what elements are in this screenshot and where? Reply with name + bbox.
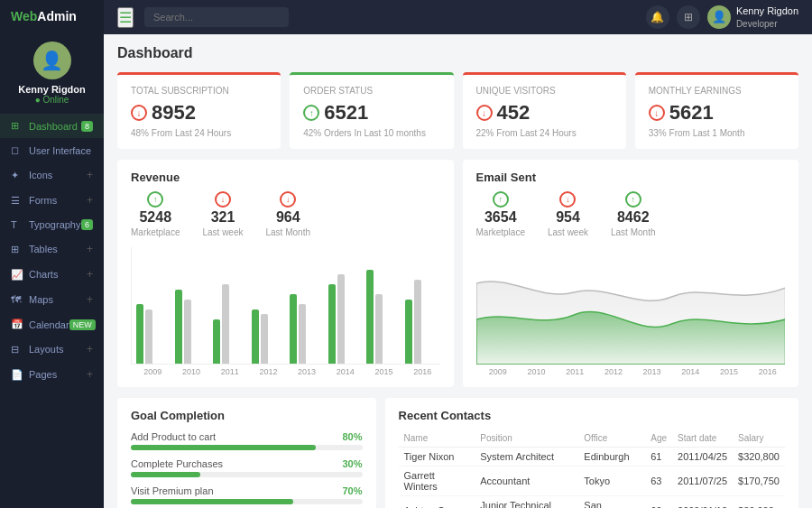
goal-item: Complete Purchases 30% <box>131 458 363 477</box>
email-x-label: 2009 <box>481 367 516 376</box>
stat-card-title: Unique Visitors <box>476 86 613 96</box>
sidebar-item-charts[interactable]: 📈Charts+ <box>0 262 104 287</box>
stat-cards: Total Subscription ↓ 8952 48% From Last … <box>117 72 798 149</box>
stat-card-sub: 42% Orders In Last 10 months <box>303 128 439 138</box>
email-metric-value: 954 <box>548 209 588 226</box>
search-input[interactable] <box>144 7 289 27</box>
email-metric: ↑ 8462 Last Month <box>611 191 655 238</box>
table-cell: 61 <box>645 448 672 466</box>
bar-gray <box>299 304 306 364</box>
goal-bar-fill <box>131 472 200 477</box>
email-metric-label: Last Month <box>611 227 655 237</box>
sidebar-item-pages[interactable]: 📄Pages+ <box>0 362 104 387</box>
goal-item: Add Product to cart 80% <box>131 431 363 450</box>
sidebar-item-dashboard[interactable]: ⊞Dashboard8 <box>0 114 104 138</box>
email-x-label: 2015 <box>712 367 747 376</box>
goal-item-header: Visit Premium plan 70% <box>131 485 363 496</box>
user-name: Kenny Rigdon <box>11 84 93 95</box>
table-row: Ashton CoxJunior Technical AuthorSan Fra… <box>399 496 785 509</box>
bar-gray <box>145 309 152 365</box>
table-cell: 66 <box>645 496 672 509</box>
goal-item-label: Complete Purchases <box>131 458 223 469</box>
recent-contacts-title: Recent Contacts <box>399 409 785 422</box>
bar-x-label: 2010 <box>174 367 209 376</box>
table-cell: $320,800 <box>733 448 785 466</box>
email-chart-card: Email Sent ↑ 3654 Marketplace ↓ 954 Last… <box>463 160 799 387</box>
goal-item-label: Visit Premium plan <box>131 485 214 496</box>
nav-icon: ⊞ <box>11 244 23 255</box>
email-x-label: 2013 <box>634 367 669 376</box>
nav-icon: 📅 <box>11 319 23 330</box>
bar-group <box>252 309 287 365</box>
bar-x-label: 2016 <box>405 367 440 376</box>
table-cell: Tiger Nixon <box>399 448 475 466</box>
nav-icon: ✦ <box>11 170 23 181</box>
email-x-label: 2011 <box>558 367 593 376</box>
user-status: Online <box>11 95 93 105</box>
sidebar-item-calendar[interactable]: 📅CalendarNEW <box>0 312 104 337</box>
contacts-col-header: Salary <box>733 429 785 448</box>
logo-admin: Admin <box>37 9 77 23</box>
sidebar-item-icons[interactable]: ✦Icons+ <box>0 162 104 188</box>
email-metric-icon: ↑ <box>625 191 641 208</box>
metric-icon: ↑ <box>147 191 163 208</box>
stat-card-title: Order Status <box>303 86 439 96</box>
table-cell: Ashton Cox <box>399 496 475 509</box>
metric-label: Last week <box>202 227 243 237</box>
recent-contacts-card: Recent Contacts NamePositionOfficeAgeSta… <box>385 398 798 508</box>
email-metric-label: Last week <box>548 227 588 237</box>
email-metric-label: Marketplace <box>476 227 525 237</box>
nav-expand-icon: + <box>87 293 93 306</box>
stat-card-1: Order Status ↑ 6521 42% Orders In Last 1… <box>290 72 453 149</box>
sidebar-item-typography[interactable]: TTypography6 <box>0 213 104 236</box>
nav-label: Forms <box>29 195 87 206</box>
goal-bar-bg <box>131 445 363 450</box>
stat-card-sub: 22% From Last 24 Hours <box>476 128 613 138</box>
page-title: Dashboard <box>117 45 798 61</box>
sidebar: WebAdmin 👤 Kenny Rigdon Online ⊞Dashboar… <box>0 0 104 508</box>
topbar-right: 🔔 ⊞ 👤 Kenny Rigdon Developer <box>646 5 798 29</box>
bottom-row: Goal Completion Add Product to cart 80% … <box>117 398 798 508</box>
bar-x-label: 2012 <box>251 367 286 376</box>
notifications-button[interactable]: 🔔 <box>646 5 669 29</box>
menu-toggle-button[interactable]: ☰ <box>117 7 134 28</box>
nav-badge: 6 <box>81 219 93 230</box>
table-row: Tiger NixonSystem ArchitectEdinburgh6120… <box>399 448 785 466</box>
sidebar-item-forms[interactable]: ☰Forms+ <box>0 188 104 213</box>
nav-label: Pages <box>29 369 87 380</box>
sidebar-profile: 👤 Kenny Rigdon Online <box>0 32 104 114</box>
revenue-chart-card: Revenue ↑ 5248 Marketplace ↓ 321 Last we… <box>117 160 454 387</box>
goal-bar-bg <box>131 499 363 504</box>
table-cell: System Architect <box>475 448 578 466</box>
metric-value: 5248 <box>131 209 180 226</box>
nav-expand-icon: + <box>87 343 93 356</box>
nav-expand-icon: + <box>87 169 93 181</box>
nav-expand-icon: + <box>87 368 93 381</box>
bar-group <box>136 304 171 364</box>
table-cell: $86,000 <box>733 496 785 509</box>
sidebar-item-user-interface[interactable]: ◻User Interface <box>0 138 104 162</box>
sidebar-item-maps[interactable]: 🗺Maps+ <box>0 287 104 312</box>
sidebar-item-tables[interactable]: ⊞Tables+ <box>0 236 104 262</box>
nav-icon: ◻ <box>11 144 23 156</box>
table-cell: 2009/01/12 <box>672 496 733 509</box>
bar-group <box>328 274 364 364</box>
stat-card-value: ↓ 452 <box>476 101 613 125</box>
bar-green <box>136 304 143 364</box>
goal-item-header: Complete Purchases 30% <box>131 458 363 469</box>
bar-green <box>175 290 182 365</box>
metric-icon: ↓ <box>215 191 231 208</box>
topbar-avatar: 👤 <box>707 5 731 29</box>
topbar: ☰ 🔔 ⊞ 👤 Kenny Rigdon Developer <box>104 0 812 34</box>
stat-card-title: Monthly Earnings <box>649 86 785 96</box>
contacts-col-header: Position <box>475 429 578 448</box>
table-cell: Junior Technical Author <box>475 496 578 509</box>
bar-green <box>328 284 336 364</box>
bar-group <box>175 290 210 365</box>
stat-card-sub: 48% From Last 24 Hours <box>131 128 267 138</box>
sidebar-item-layouts[interactable]: ⊟Layouts+ <box>0 337 104 362</box>
nav-icon: 📈 <box>11 269 23 281</box>
email-metrics: ↑ 3654 Marketplace ↓ 954 Last week ↑ 846… <box>476 191 786 238</box>
grid-button[interactable]: ⊞ <box>677 5 700 29</box>
bar-x-label: 2013 <box>290 367 325 376</box>
